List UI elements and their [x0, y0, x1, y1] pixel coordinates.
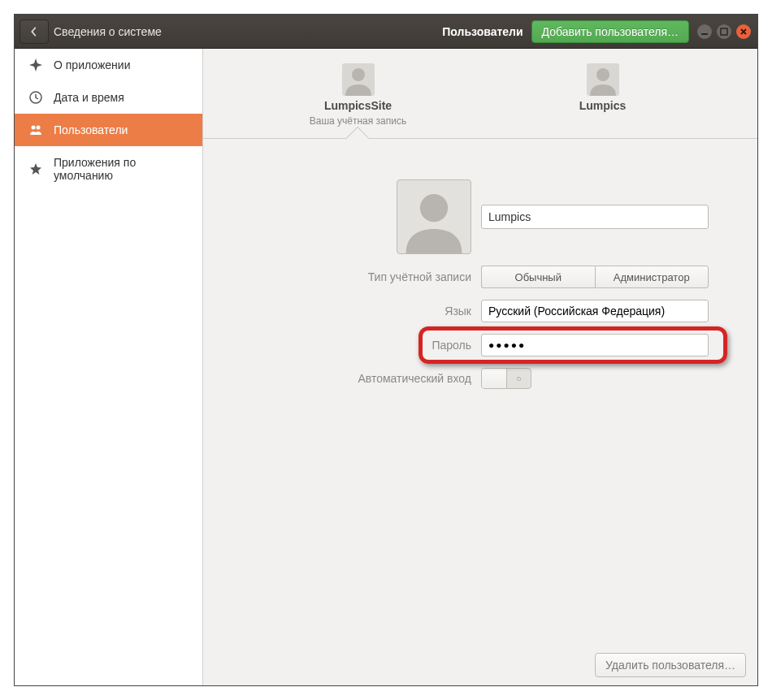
user-form: Тип учётной записи Обычный Администратор… [203, 139, 757, 685]
user-tab-name: Lumpics [579, 99, 627, 112]
sidebar-item-default-apps[interactable]: Приложения по умолчанию [15, 146, 202, 192]
svg-point-3 [32, 126, 36, 130]
svg-point-6 [596, 68, 609, 81]
settings-window: Сведения о системе Пользователи Добавить… [14, 14, 758, 686]
svg-point-5 [352, 68, 365, 81]
user-tab-other[interactable]: Lumpics [530, 63, 676, 138]
minimize-button[interactable] [697, 24, 712, 39]
autologin-label: Автоматический вход [252, 372, 471, 385]
language-button[interactable]: Русский (Российская Федерация) [481, 300, 709, 322]
user-tab-subtitle: Ваша учётная запись [310, 115, 407, 127]
sparkle-icon [29, 58, 42, 71]
account-type-standard[interactable]: Обычный [481, 266, 595, 288]
add-user-button[interactable]: Добавить пользователя… [531, 20, 689, 43]
avatar-picker[interactable] [397, 179, 471, 254]
sidebar-item-users[interactable]: Пользователи [15, 114, 202, 146]
full-name-input[interactable] [481, 205, 709, 229]
account-type-toggle[interactable]: Обычный Администратор [481, 266, 709, 288]
maximize-button[interactable] [717, 24, 731, 39]
password-button[interactable]: ●●●●● [481, 334, 709, 356]
sidebar-item-label: О приложении [54, 58, 130, 71]
window-controls [697, 24, 751, 39]
star-icon [29, 162, 42, 175]
sidebar-item-datetime[interactable]: Дата и время [15, 81, 202, 114]
svg-point-7 [420, 194, 448, 222]
svg-point-4 [37, 126, 41, 130]
autologin-switch[interactable]: ○ [481, 368, 531, 389]
switch-off-indicator: ○ [507, 369, 531, 388]
password-label: Пароль [252, 339, 471, 352]
switch-knob [482, 369, 507, 388]
chevron-left-icon [30, 26, 38, 37]
users-icon [29, 123, 42, 136]
svg-rect-0 [701, 33, 708, 35]
avatar-icon [587, 63, 619, 96]
account-type-admin[interactable]: Администратор [595, 266, 709, 288]
close-button[interactable] [736, 24, 751, 39]
svg-rect-1 [721, 28, 727, 35]
clock-icon [29, 91, 42, 104]
sidebar-item-label: Дата и время [54, 91, 124, 104]
sidebar-item-about[interactable]: О приложении [15, 49, 202, 81]
sidebar-item-label: Пользователи [54, 123, 128, 136]
user-tabs: LumpicsSite Ваша учётная запись Lumpics [203, 49, 757, 139]
language-label: Язык [252, 305, 471, 318]
account-type-label: Тип учётной записи [252, 270, 471, 283]
titlebar-section-label: Пользователи [442, 25, 523, 38]
titlebar-back-label: Сведения о системе [54, 25, 162, 38]
sidebar: О приложении Дата и время Пользователи П… [15, 49, 203, 685]
avatar-icon [342, 63, 375, 96]
main-panel: LumpicsSite Ваша учётная запись Lumpics [203, 49, 757, 685]
back-button[interactable] [20, 19, 49, 44]
titlebar: Сведения о системе Пользователи Добавить… [15, 15, 757, 49]
delete-user-button[interactable]: Удалить пользователя… [595, 653, 746, 677]
sidebar-item-label: Приложения по умолчанию [54, 156, 188, 182]
user-tab-name: LumpicsSite [324, 99, 392, 112]
